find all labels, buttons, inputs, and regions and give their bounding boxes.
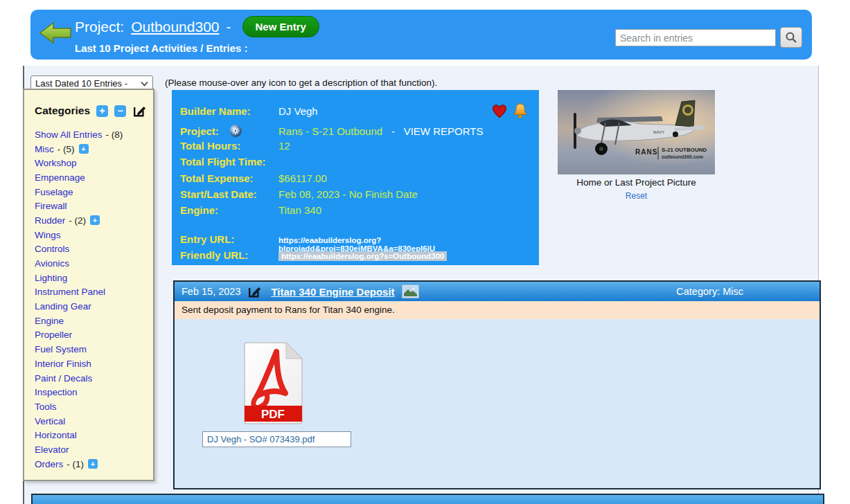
categories-sidebar: Categories + − Show All Entries - (8) + … <box>23 89 154 481</box>
category-item: Propeller + <box>35 328 153 343</box>
project-label: Project: <box>180 124 278 138</box>
category-link[interactable]: Horizontal <box>35 430 77 440</box>
engine-label: Engine: <box>180 204 278 216</box>
category-item: Fuel System + <box>35 342 153 357</box>
category-list: Show All Entries - (8) + Misc - (5) + Wo… <box>35 127 153 471</box>
project-info-panel: Builder Name: DJ Vegh Project: Rans - S-… <box>172 90 539 265</box>
category-link[interactable]: Lighting <box>35 273 67 283</box>
add-entry-icon[interactable]: + <box>88 459 98 469</box>
remove-category-icon[interactable]: − <box>114 105 126 117</box>
search-button[interactable] <box>780 27 802 48</box>
categories-header: Categories + − <box>35 104 153 118</box>
project-value: Rans - S-21 Outbound <box>278 125 382 137</box>
category-link[interactable]: Firewall <box>35 201 67 211</box>
category-link[interactable]: Fuselage <box>35 187 73 197</box>
category-link[interactable]: Tools <box>35 402 57 412</box>
category-count: - (1) <box>67 459 84 469</box>
category-item: Inspection + <box>35 385 153 399</box>
entry-title-link[interactable]: Titan 340 Engine Deposit <box>271 286 394 298</box>
total-expense-value: $66117.00 <box>278 172 327 184</box>
reset-link[interactable]: Reset <box>626 191 647 201</box>
category-link[interactable]: Avionics <box>35 258 69 269</box>
entry-header: Feb 15, 2023 Titan 340 Engine Deposit Ca… <box>175 282 820 301</box>
total-expense-label: Total Expense: <box>180 172 278 184</box>
entry-date: Feb 15, 2023 <box>181 286 240 297</box>
category-item: Vertical + <box>35 414 153 429</box>
chevron-down-icon <box>141 81 148 87</box>
search-icon <box>785 31 797 44</box>
builder-name-label: Builder Name: <box>180 105 278 117</box>
category-item: Rudder - (2) + <box>35 213 153 228</box>
header-subtitle: Last 10 Project Activities / Entries : <box>75 42 248 54</box>
new-entry-button[interactable]: New Entry <box>242 16 319 37</box>
category-item: Instrument Panel + <box>35 285 153 300</box>
category-link[interactable]: Inspection <box>35 387 78 397</box>
search-input[interactable] <box>615 29 776 46</box>
category-link[interactable]: Interior Finish <box>35 359 91 369</box>
pdf-attachment-icon[interactable]: PDF <box>240 342 306 425</box>
category-link[interactable]: Misc <box>35 144 54 154</box>
category-link[interactable]: Wings <box>35 230 61 240</box>
category-item: Orders - (1) + <box>35 457 153 471</box>
globe-gear-icon[interactable] <box>229 124 242 138</box>
category-link[interactable]: Show All Entries <box>35 129 103 140</box>
entry-picture-icon[interactable] <box>402 285 419 298</box>
total-hours-value: 12 <box>278 140 290 152</box>
category-link[interactable]: Elevator <box>35 444 69 455</box>
category-link[interactable]: Instrument Panel <box>35 287 105 297</box>
header-title-row: Project: Outbound300 - New Entry <box>75 16 319 37</box>
total-flight-label: Total Flight Time: <box>180 156 266 168</box>
category-link[interactable]: Landing Gear <box>35 301 91 312</box>
plane-navy-text: NAVY <box>653 130 664 134</box>
next-entry-header-partial <box>31 494 824 504</box>
add-entry-icon[interactable]: + <box>90 215 100 225</box>
category-count: - (5) <box>57 144 75 154</box>
project-label: Project: <box>75 19 124 35</box>
view-reports-link[interactable]: VIEW REPORTS <box>404 125 484 137</box>
edit-entry-icon[interactable] <box>247 285 261 298</box>
category-link[interactable]: Engine <box>35 316 64 326</box>
entry-card: Feb 15, 2023 Titan 340 Engine Deposit Ca… <box>173 280 821 489</box>
builder-name-value: DJ Vegh <box>278 105 318 117</box>
category-link[interactable]: Propeller <box>35 330 72 340</box>
add-category-icon[interactable]: + <box>96 105 108 117</box>
category-item: Landing Gear + <box>35 299 153 314</box>
brand-line1: S-21 OUTBOUND <box>662 147 707 153</box>
category-item: Empennage + <box>35 170 153 185</box>
brand-rans: RANS <box>635 148 657 156</box>
edit-categories-icon[interactable] <box>132 104 146 118</box>
category-item: Paint / Decals + <box>35 371 153 386</box>
entries-filter-value: Last Dated 10 Entries - <box>35 78 127 89</box>
brand-line2: outbound300.com <box>662 154 703 159</box>
category-link[interactable]: Vertical <box>35 416 65 426</box>
category-item: Workshop + <box>35 156 153 170</box>
back-arrow-icon[interactable] <box>39 21 72 44</box>
category-item: Horizontal + <box>35 428 153 442</box>
category-link[interactable]: Empennage <box>35 172 85 183</box>
entry-category: Category: Misc <box>676 286 743 297</box>
category-count: - (8) <box>106 129 123 140</box>
picture-caption: Home or Last Project Picture <box>558 177 715 188</box>
category-link[interactable]: Orders <box>35 459 63 469</box>
category-item: Firewall + <box>35 199 153 213</box>
pdf-label: PDF <box>261 408 285 421</box>
category-link[interactable]: Rudder <box>35 215 65 226</box>
category-item: Controls + <box>35 242 153 257</box>
entry-comment: Sent deposit payment to Rans for Titan 3… <box>175 301 820 319</box>
category-link[interactable]: Controls <box>35 244 69 254</box>
add-entry-icon[interactable]: + <box>79 144 89 154</box>
category-link[interactable]: Paint / Decals <box>35 373 92 384</box>
picture-reset-row: Reset <box>558 191 715 201</box>
category-item: Misc - (5) + <box>35 142 153 156</box>
category-item: Interior Finish + <box>35 357 153 371</box>
project-name-link[interactable]: Outbound300 <box>131 19 219 35</box>
mouseover-note: (Please mouse-over any icon to get a des… <box>165 78 437 88</box>
start-last-date-label: Start/Last Date: <box>180 188 278 200</box>
category-link[interactable]: Fuel System <box>35 344 87 354</box>
friendly-url-label: Friendly URL: <box>180 249 278 261</box>
category-item: Elevator + <box>35 442 153 457</box>
friendly-url-value: https://eaabuilderslog.org?s=Outbound300 <box>278 251 447 261</box>
project-picture[interactable]: NAVY RANS S-21 OUTBOUND outbound300.com <box>558 90 715 174</box>
category-link[interactable]: Workshop <box>35 158 77 168</box>
attachment-filename[interactable]: DJ Vegh - SO# 073439.pdf <box>202 431 351 447</box>
